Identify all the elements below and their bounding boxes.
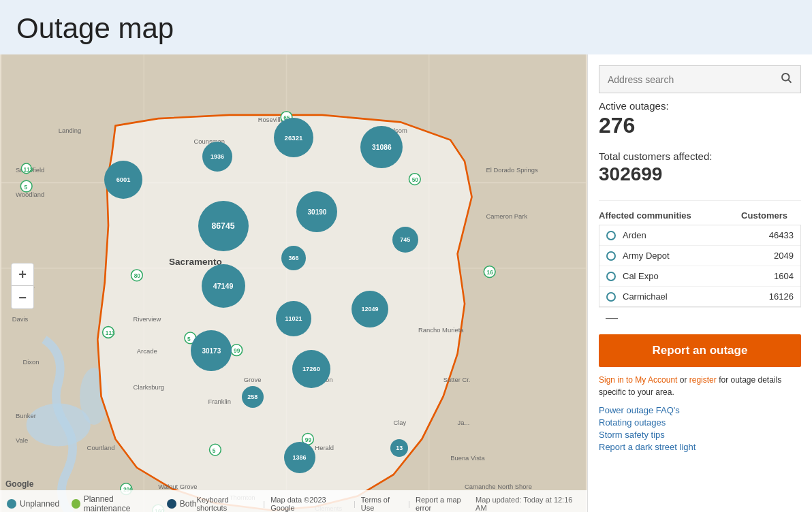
svg-text:113: 113 xyxy=(24,166,33,173)
svg-text:Riverview: Riverview xyxy=(134,315,161,323)
sidebar-link[interactable]: Power outage FAQ's xyxy=(599,405,801,415)
svg-text:Dixon: Dixon xyxy=(22,358,39,366)
svg-text:113: 113 xyxy=(106,330,115,336)
svg-text:Herald: Herald xyxy=(315,444,334,451)
svg-text:5: 5 xyxy=(25,184,28,191)
unplanned-dot xyxy=(7,499,16,509)
community-customers: 1604 xyxy=(774,271,794,281)
bubble-b6[interactable]: 30190 xyxy=(296,191,337,232)
community-row[interactable]: Carmichael 16126 xyxy=(599,287,800,306)
planned-label: Planned maintenance xyxy=(84,494,155,512)
svg-text:Davis: Davis xyxy=(12,315,29,323)
bubble-b2[interactable]: 1936 xyxy=(202,142,232,172)
svg-text:80: 80 xyxy=(134,272,141,279)
customers-col-header: Customers xyxy=(741,210,787,221)
svg-text:Bunker: Bunker xyxy=(16,412,36,419)
communities-dash: — xyxy=(599,307,801,327)
report-map-error[interactable]: Report a map error xyxy=(416,496,475,512)
svg-text:99: 99 xyxy=(305,436,312,443)
svg-text:Cameron Park: Cameron Park xyxy=(486,212,527,220)
svg-text:Woodland: Woodland xyxy=(16,191,44,198)
bubble-b14[interactable]: 258 xyxy=(242,386,264,408)
communities-section: Affected communities Customers Arden 464… xyxy=(599,210,801,327)
bubble-b15[interactable]: 1386 xyxy=(284,442,315,473)
sidebar-link[interactable]: Storm safety tips xyxy=(599,430,801,440)
community-customers: 2049 xyxy=(774,251,794,261)
community-radio xyxy=(606,292,616,302)
total-customers-section: Total customers affected: 302699 xyxy=(599,150,801,191)
links-list: Power outage FAQ'sRotating outagesStorm … xyxy=(599,405,801,452)
bubble-b4[interactable]: 31086 xyxy=(360,126,403,168)
page-title: Outage map xyxy=(16,12,796,45)
svg-text:Ja...: Ja... xyxy=(458,419,470,426)
bubble-b16[interactable]: 13 xyxy=(390,439,408,457)
legend: Unplanned Planned maintenance Both xyxy=(7,494,197,512)
community-row[interactable]: Arden 46433 xyxy=(599,225,800,246)
address-search-input[interactable] xyxy=(599,67,772,92)
google-label: Google xyxy=(5,479,33,489)
legend-both: Both xyxy=(167,499,197,509)
total-customers-label: Total customers affected: xyxy=(599,150,801,162)
community-name: Arden xyxy=(623,230,769,240)
svg-text:5: 5 xyxy=(187,336,191,342)
sidebar-link[interactable]: Rotating outages xyxy=(599,417,801,428)
community-radio xyxy=(606,251,616,261)
map-controls: + − xyxy=(11,263,34,309)
planned-dot xyxy=(72,499,80,509)
community-name: Carmichael xyxy=(623,291,769,302)
svg-text:Walnut Grove: Walnut Grove xyxy=(158,483,197,490)
keyboard-shortcuts[interactable]: Keyboard shortcuts xyxy=(197,496,258,512)
svg-text:5: 5 xyxy=(213,447,216,454)
communities-header: Affected communities Customers xyxy=(599,210,801,221)
both-label: Both xyxy=(180,499,197,509)
svg-text:Sutter Cr.: Sutter Cr. xyxy=(443,376,471,383)
svg-point-68 xyxy=(782,74,790,81)
bubble-b5[interactable]: 86745 xyxy=(198,201,249,251)
terms-link[interactable]: Terms of Use xyxy=(361,496,403,512)
community-row[interactable]: Army Depot 2049 xyxy=(599,246,800,266)
bubble-b3[interactable]: 26321 xyxy=(274,118,313,157)
bubble-b8[interactable]: 366 xyxy=(281,246,306,270)
bubble-b11[interactable]: 12049 xyxy=(352,291,388,327)
active-outages-section: Active outages: 276 xyxy=(599,100,801,144)
search-icon xyxy=(780,71,792,84)
bubble-b9[interactable]: 47149 xyxy=(202,264,245,308)
svg-text:El Dorado Springs: El Dorado Springs xyxy=(486,166,538,174)
svg-text:Courtland: Courtland xyxy=(87,444,115,451)
svg-line-69 xyxy=(788,80,791,82)
svg-text:16: 16 xyxy=(487,269,494,276)
zoom-in-button[interactable]: + xyxy=(11,263,34,286)
bubble-b10[interactable]: 11021 xyxy=(276,301,311,336)
address-search-box[interactable] xyxy=(599,65,801,93)
community-radio xyxy=(606,272,616,281)
bubble-b1[interactable]: 6001 xyxy=(104,161,142,199)
sidebar-link[interactable]: Report a dark street light xyxy=(599,442,801,452)
map-data-label: Map data ©2023 Google xyxy=(270,496,348,512)
svg-text:Grove: Grove xyxy=(244,376,262,383)
svg-text:Sacramento: Sacramento xyxy=(169,257,222,267)
map-updated: Map updated: Today at 12:16 AM xyxy=(475,496,580,512)
zoom-out-button[interactable]: − xyxy=(11,286,34,309)
svg-text:Clay: Clay xyxy=(393,419,406,426)
bubble-b7[interactable]: 745 xyxy=(392,227,418,253)
svg-text:Buena Vista: Buena Vista xyxy=(450,454,485,462)
active-outages-value: 276 xyxy=(599,113,801,138)
communities-col-header: Affected communities xyxy=(599,210,691,221)
legend-planned: Planned maintenance xyxy=(72,494,155,512)
community-customers: 16126 xyxy=(769,291,794,302)
bubble-b12[interactable]: 30173 xyxy=(191,330,232,371)
community-row[interactable]: Cal Expo 1604 xyxy=(599,266,800,287)
svg-text:50: 50 xyxy=(412,176,419,183)
svg-text:Clarksburg: Clarksburg xyxy=(134,383,164,391)
report-outage-button[interactable]: Report an outage xyxy=(599,334,801,367)
register-link[interactable]: register xyxy=(689,375,717,385)
svg-text:Franklin: Franklin xyxy=(208,398,230,405)
sign-in-link[interactable]: Sign in to My Account xyxy=(599,375,677,385)
svg-text:99: 99 xyxy=(234,347,240,354)
svg-text:Vale: Vale xyxy=(16,436,28,444)
svg-text:Rancho Murieta: Rancho Murieta xyxy=(418,326,464,334)
search-button[interactable] xyxy=(772,66,800,93)
unplanned-label: Unplanned xyxy=(20,499,59,509)
page-header: Outage map xyxy=(0,0,812,54)
bubble-b13[interactable]: 17260 xyxy=(292,350,330,388)
